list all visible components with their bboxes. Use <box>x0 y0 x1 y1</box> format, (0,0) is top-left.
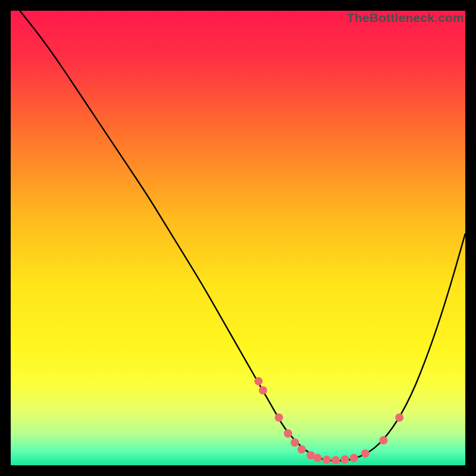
chart-svg <box>11 11 465 465</box>
marker-point <box>395 414 403 422</box>
marker-point <box>275 414 283 422</box>
marker-point <box>284 430 292 438</box>
marker-point <box>259 386 267 394</box>
chart-frame: TheBottleneck.com <box>11 11 465 465</box>
marker-point <box>379 436 387 444</box>
marker-point <box>322 456 331 464</box>
marker-point <box>331 456 340 465</box>
marker-point <box>350 454 358 462</box>
marker-point <box>361 449 369 458</box>
chart-background <box>11 11 465 465</box>
marker-point <box>291 439 299 447</box>
marker-point <box>254 377 262 386</box>
watermark-text: TheBottleneck.com <box>347 11 464 25</box>
marker-point <box>341 455 349 464</box>
marker-point <box>314 454 322 462</box>
marker-point <box>298 445 306 453</box>
